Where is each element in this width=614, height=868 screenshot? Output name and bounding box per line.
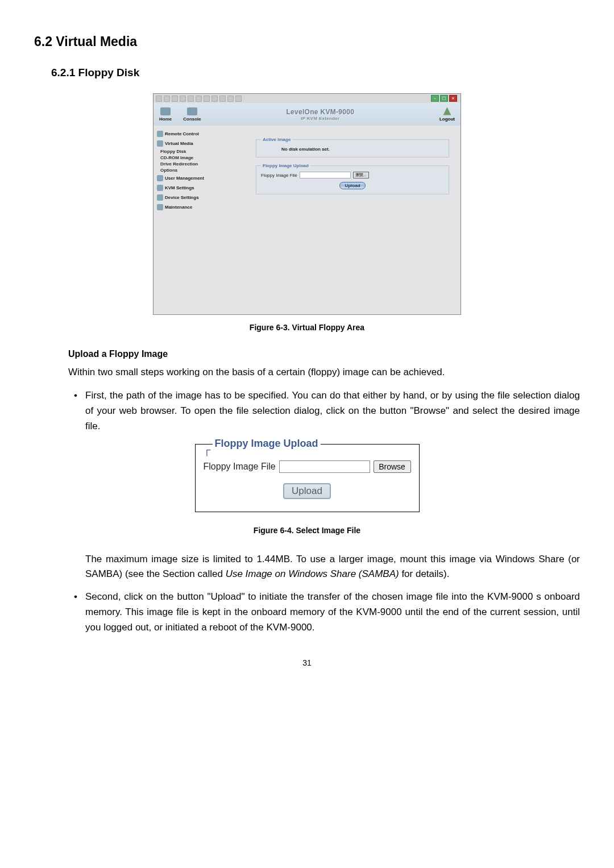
floppy-image-file-label: Floppy Image File: [261, 173, 297, 178]
upload-button-small[interactable]: Upload: [339, 182, 365, 189]
console-button[interactable]: Console: [183, 107, 201, 122]
floppy-image-file-input-large[interactable]: [279, 460, 370, 473]
figure-6-3-screenshot: ‑ □ × Home Console LevelOne KVM-9000 IP …: [153, 93, 461, 315]
window-close-icon[interactable]: ×: [449, 95, 457, 102]
sidebar-sub-drive-redirection[interactable]: Drive Redirection: [155, 161, 215, 167]
toolbar-refresh-icon[interactable]: [180, 95, 186, 102]
active-image-fieldset: Active Image No disk emulation set.: [256, 137, 449, 157]
browse-button-small[interactable]: 瀏覽...: [353, 172, 369, 178]
sidebar-sub-floppy-disk[interactable]: Floppy Disk: [155, 148, 215, 155]
toolbar-forward-icon[interactable]: [164, 95, 170, 102]
sidebar-sub-options[interactable]: Options: [155, 167, 215, 173]
toolbar-favorites-icon[interactable]: [204, 95, 210, 102]
floppy-upload-legend: Floppy Image Upload: [261, 163, 310, 168]
window-minimize-icon[interactable]: ‑: [431, 95, 439, 102]
home-label: Home: [159, 117, 172, 122]
maintenance-icon: [157, 204, 163, 210]
paragraph-intro: Within two small steps working on the ba…: [68, 365, 580, 380]
console-icon: [187, 107, 197, 115]
section-heading: 6.2 Virtual Media: [34, 34, 580, 49]
logout-icon: [443, 107, 451, 115]
paragraph-max-size: The maximum image size is limited to 1.4…: [85, 552, 580, 581]
page-number: 31: [34, 658, 580, 667]
virtual-media-icon: [157, 140, 163, 147]
subsection-heading: 6.2.1 Floppy Disk: [51, 67, 580, 79]
app-header: Home Console LevelOne KVM-9000 IP KVM Ex…: [154, 103, 460, 126]
figure-6-4-caption: Figure 6-4. Select Image File: [34, 526, 580, 535]
step-1: First, the path of the image has to be s…: [74, 388, 580, 434]
floppy-image-file-input[interactable]: [300, 172, 351, 178]
user-management-icon: [157, 175, 163, 181]
figure-6-3-caption: Figure 6-3. Virtual Floppy Area: [34, 323, 580, 332]
device-settings-icon: [157, 194, 163, 201]
home-icon: [160, 107, 171, 115]
sidebar-item-virtual-media[interactable]: Virtual Media: [155, 139, 215, 148]
product-title: LevelOne KVM-9000 IP KVM Extender: [213, 108, 428, 121]
sidebar-item-kvm-settings[interactable]: KVM Settings: [155, 183, 215, 193]
toolbar-back-icon[interactable]: [156, 95, 162, 102]
toolbar-print-icon[interactable]: [227, 95, 234, 102]
sidebar: Remote Control Virtual Media Floppy Disk…: [154, 126, 216, 314]
toolbar-mail-icon[interactable]: [219, 95, 226, 102]
toolbar-home-icon[interactable]: [188, 95, 194, 102]
sidebar-item-maintenance[interactable]: Maintenance: [155, 202, 215, 212]
home-button[interactable]: Home: [159, 107, 172, 122]
remote-control-icon: [157, 131, 163, 137]
active-image-status: No disk emulation set.: [261, 146, 444, 152]
window-restore-icon[interactable]: □: [440, 95, 448, 102]
console-label: Console: [183, 117, 201, 122]
upload-floppy-heading: Upload a Floppy Image: [68, 349, 580, 359]
sidebar-item-user-management[interactable]: User Management: [155, 173, 215, 183]
sidebar-item-remote-control[interactable]: Remote Control: [155, 129, 215, 139]
toolbar-history-icon[interactable]: [211, 95, 218, 102]
floppy-upload-legend-large: Floppy Image Upload: [213, 438, 321, 450]
active-image-legend: Active Image: [261, 137, 292, 142]
floppy-upload-fieldset: Floppy Image Upload Floppy Image File 瀏覽…: [256, 163, 449, 194]
logout-button[interactable]: Logout: [439, 107, 455, 122]
toolbar-edit-icon[interactable]: [235, 95, 242, 102]
floppy-image-file-label-large: Floppy Image File: [204, 462, 276, 472]
toolbar-search-icon[interactable]: [196, 95, 202, 102]
product-subtitle: IP KVM Extender: [213, 116, 428, 121]
browser-toolbar: ‑ □ ×: [154, 94, 460, 103]
step-2: Second, click on the button "Upload" to …: [74, 589, 580, 636]
upload-button[interactable]: Upload: [283, 483, 331, 499]
kvm-settings-icon: [157, 185, 163, 191]
sidebar-item-device-settings[interactable]: Device Settings: [155, 193, 215, 202]
toolbar-stop-icon[interactable]: [172, 95, 178, 102]
logout-label: Logout: [439, 117, 455, 122]
browse-button[interactable]: Browse: [374, 460, 411, 473]
figure-6-4-box: ┌ Floppy Image Upload Floppy Image File …: [195, 444, 420, 512]
sidebar-sub-cdrom-image[interactable]: CD-ROM Image: [155, 155, 215, 161]
